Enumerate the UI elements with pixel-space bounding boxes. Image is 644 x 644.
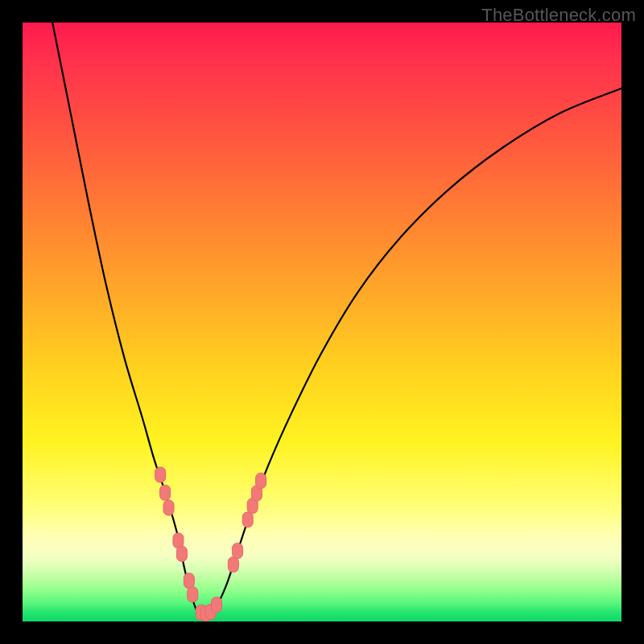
highlight-marker bbox=[160, 485, 171, 501]
highlight-marker bbox=[242, 512, 253, 527]
highlight-markers bbox=[155, 467, 266, 621]
highlight-marker bbox=[228, 557, 238, 572]
highlight-marker bbox=[188, 587, 198, 602]
chart-frame: TheBottleneck.com bbox=[0, 0, 644, 644]
highlight-marker bbox=[212, 597, 222, 613]
highlight-marker bbox=[184, 573, 194, 588]
highlight-marker bbox=[233, 543, 243, 559]
bottleneck-curve-path bbox=[52, 23, 621, 616]
highlight-marker bbox=[163, 500, 174, 515]
highlight-marker bbox=[176, 546, 187, 561]
highlight-marker bbox=[256, 473, 266, 489]
chart-svg bbox=[23, 23, 621, 621]
plot-area bbox=[23, 23, 621, 621]
highlight-marker bbox=[155, 467, 166, 482]
